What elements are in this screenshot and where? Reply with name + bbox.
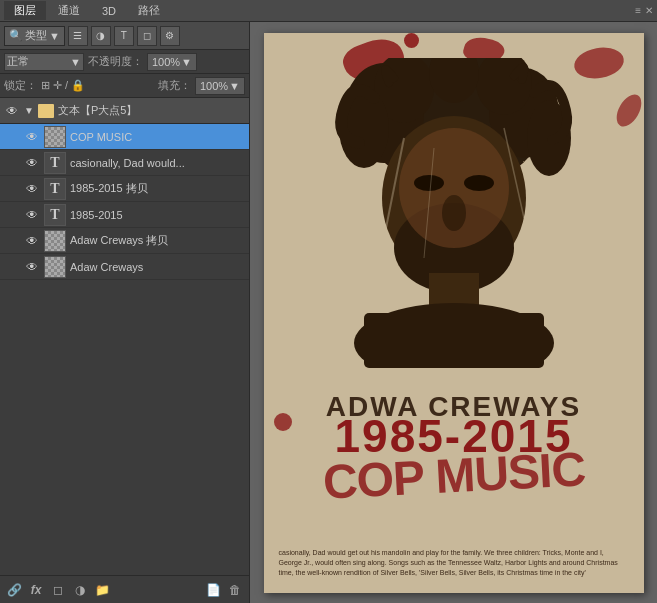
group-eye-icon[interactable]: 👁 [4,103,20,119]
layer-item[interactable]: 👁 T 1985-2015 [0,202,249,228]
tab-layers[interactable]: 图层 [4,1,46,20]
fill-value-text: 100% [200,80,228,92]
tab-3d[interactable]: 3D [92,3,126,19]
layer-list: 👁 ▼ 文本【P大点5】 👁 COP MUSIC 👁 T casionally,… [0,98,249,575]
layer-thumb-adaw-copy [44,230,66,252]
layer-eye-icon[interactable]: 👁 [24,155,40,171]
layer-thumb-1985-copy: T [44,178,66,200]
splatter-4 [404,33,419,48]
poster-canvas: ADWA CREWAYS 1985-2015 COP MUSIC casiona… [264,33,644,593]
filter-pixel-btn[interactable]: ☰ [68,26,88,46]
tab-bar: 图层 通道 3D 路径 ≡ ✕ [0,0,657,22]
svg-rect-16 [364,313,544,368]
delete-layer-button[interactable]: 🗑 [225,580,245,600]
adjustment-button[interactable]: ◑ [70,580,90,600]
filter-toolbar: 🔍 类型 ▼ ☰ ◑ T ◻ ⚙ [0,22,249,50]
layer-eye-icon[interactable]: 👁 [24,233,40,249]
figure-area [294,53,614,373]
filter-shape-btn[interactable]: ◻ [137,26,157,46]
lock-position-icon[interactable]: ✛ [53,79,62,92]
filter-text-btn[interactable]: T [114,26,134,46]
panel-close-icon[interactable]: ✕ [645,5,653,16]
layer-name-adaw-copy: Adaw Creways 拷贝 [70,233,245,248]
kind-dropdown[interactable]: 🔍 类型 ▼ [4,26,65,46]
kind-label: 类型 [25,28,47,43]
blend-mode-select[interactable]: 正常 ▼ [4,53,84,71]
layer-thumb-casionally: T [44,152,66,174]
group-button[interactable]: 📁 [92,580,112,600]
layer-eye-icon[interactable]: 👁 [24,181,40,197]
fill-label: 填充： [158,78,191,93]
layer-name-cop-music: COP MUSIC [70,131,245,143]
fill-arrow: ▼ [229,80,240,92]
svg-point-12 [464,175,494,191]
layer-item[interactable]: 👁 T 1985-2015 拷贝 [0,176,249,202]
fx-button[interactable]: fx [26,580,46,600]
opacity-arrow: ▼ [181,56,192,68]
layer-thumb-1985: T [44,204,66,226]
blend-mode-arrow: ▼ [70,56,81,68]
layer-thumb-adaw [44,256,66,278]
opacity-value: 100% [152,56,180,68]
tab-paths[interactable]: 路径 [128,1,170,20]
layer-name-adaw: Adaw Creways [70,261,245,273]
kind-arrow: ▼ [49,30,60,42]
group-expand-icon[interactable]: ▼ [24,105,34,116]
lock-row: 锁定： ⊞ ✛ / 🔒 填充： 100% ▼ [0,74,249,98]
layer-item[interactable]: 👁 Adaw Creways [0,254,249,280]
opacity-input[interactable]: 100% ▼ [147,53,197,71]
main-layout: 🔍 类型 ▼ ☰ ◑ T ◻ ⚙ 正常 ▼ 不透明度： 100% ▼ 锁定： [0,22,657,603]
blend-mode-value: 正常 [7,54,29,69]
layers-panel: 🔍 类型 ▼ ☰ ◑ T ◻ ⚙ 正常 ▼ 不透明度： 100% ▼ 锁定： [0,22,250,603]
layer-item[interactable]: 👁 COP MUSIC [0,124,249,150]
svg-point-11 [414,175,444,191]
blend-row: 正常 ▼ 不透明度： 100% ▼ [0,50,249,74]
layer-group-header[interactable]: 👁 ▼ 文本【P大点5】 [0,98,249,124]
lock-label: 锁定： [4,78,37,93]
fill-input[interactable]: 100% ▼ [195,77,245,95]
opacity-label: 不透明度： [88,54,143,69]
canvas-area: ADWA CREWAYS 1985-2015 COP MUSIC casiona… [250,22,657,603]
new-layer-button[interactable]: 📄 [203,580,223,600]
layer-eye-icon[interactable]: 👁 [24,129,40,145]
layer-name-1985-copy: 1985-2015 拷贝 [70,181,245,196]
bottom-toolbar: 🔗 fx ◻ ◑ 📁 📄 🗑 [0,575,249,603]
layer-thumb-cop-music [44,126,66,148]
filter-smart-btn[interactable]: ⚙ [160,26,180,46]
group-folder-icon [38,104,54,118]
layer-name-1985: 1985-2015 [70,209,245,221]
lock-icons-group: ⊞ ✛ / 🔒 [41,79,85,92]
kind-icon: 🔍 [9,29,23,42]
layer-eye-icon[interactable]: 👁 [24,207,40,223]
layer-eye-icon[interactable]: 👁 [24,259,40,275]
lock-artboard-icon[interactable]: / [65,79,68,92]
group-name: 文本【P大点5】 [58,103,245,118]
link-layers-button[interactable]: 🔗 [4,580,24,600]
layer-item[interactable]: 👁 Adaw Creways 拷贝 [0,228,249,254]
layer-name-casionally: casionally, Dad would... [70,157,245,169]
svg-point-13 [442,195,466,231]
panel-menu-icon[interactable]: ≡ [635,5,641,16]
lock-all-icon[interactable]: 🔒 [71,79,85,92]
layer-item[interactable]: 👁 T casionally, Dad would... [0,150,249,176]
person-silhouette [304,58,604,368]
filter-adj-btn[interactable]: ◑ [91,26,111,46]
lock-pixel-icon[interactable]: ⊞ [41,79,50,92]
tab-channels[interactable]: 通道 [48,1,90,20]
mask-button[interactable]: ◻ [48,580,68,600]
poster-caption-text: casionally, Dad would get out his mandol… [279,548,629,577]
